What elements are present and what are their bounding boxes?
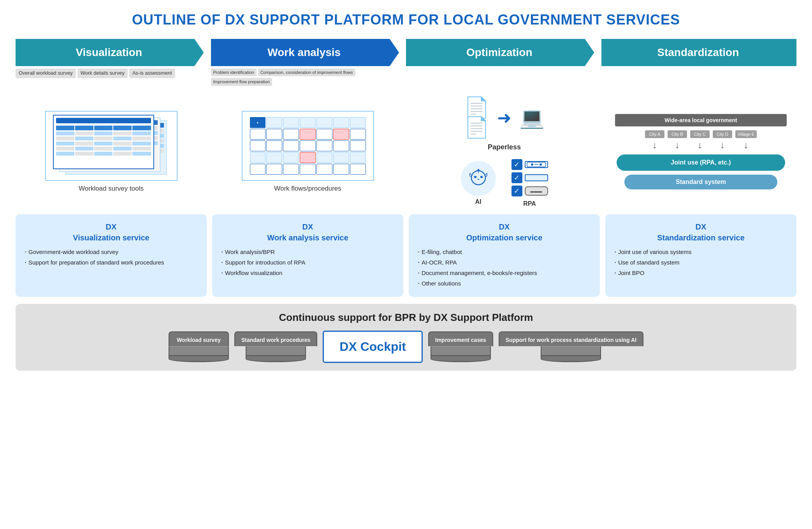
svg-point-14 (540, 163, 542, 166)
workflow-mockup: ■ (242, 111, 374, 181)
optimization-service-box: DX Optimization service ・E-filing, chatb… (409, 214, 600, 297)
city-c-box: City C (690, 130, 710, 138)
standard-work-db-top: Standard work procedures (234, 331, 317, 346)
flow-cell (350, 129, 366, 140)
workload-survey-db: Workload survey (169, 331, 229, 362)
city-b-box: City B (668, 130, 687, 138)
workload-mockup (45, 111, 178, 181)
laptop-icon: 💻 (519, 106, 545, 130)
flow-cell: ■ (250, 117, 266, 128)
flow-cell (283, 140, 299, 151)
check-mark-1: ✓ (511, 159, 522, 170)
std-dx-label: DX (696, 222, 707, 231)
rpa-bot-icon (525, 161, 548, 168)
standardization-service-box: DX Standardization service ・Joint use of… (605, 214, 796, 297)
check-mark-2: ✓ (511, 172, 522, 183)
check-item-2: ✓ (511, 172, 548, 183)
standard-work-db-bottom (246, 356, 306, 362)
sub-label-asis: As-is assessment (129, 68, 175, 78)
workload-tools-label: Workload survey tools (79, 185, 144, 193)
standard-work-db-body (246, 346, 306, 356)
city-a-col: City A ↓ (645, 130, 664, 151)
check-mark-3: ✓ (511, 186, 522, 196)
optimization-banner: Optimization (406, 39, 594, 66)
flow-cell (266, 129, 282, 140)
std-bullet-2: ・Use of standard system (612, 258, 789, 266)
rpa-label: RPA (523, 200, 536, 207)
visualization-service-title: DX Visualization service (23, 221, 200, 243)
cities-row: City A ↓ City B ↓ City C ↓ City D ↓ Vill… (645, 130, 757, 151)
city-d-box: City D (713, 130, 732, 138)
svg-point-13 (531, 163, 533, 166)
work-analysis-service-box: DX Work analysis service ・Work analysis/… (212, 214, 403, 297)
optimization-visual-col: 📄 📄 ➜ 💻 Paperless (409, 96, 600, 207)
flow-cell (316, 164, 332, 175)
flow-cell (333, 164, 349, 175)
ai-support-db-bottom (541, 356, 601, 362)
work-analysis-sublabels: Problem identification Comparison, consi… (211, 68, 406, 86)
wa-bullet-2: ・Support for introduction of RPA (219, 258, 396, 266)
flow-cell (316, 117, 332, 128)
ai-rpa-row: AI ✓ (461, 159, 548, 207)
ai-group: AI (461, 161, 496, 205)
dx-cockpit-box: DX Cockpit (323, 331, 423, 363)
visualization-banner: Visualization (16, 39, 204, 66)
viz-dx-label: DX (106, 222, 117, 231)
city-b-arrow: ↓ (675, 140, 680, 151)
main-title: OUTLINE OF DX SUPPORT PLATFORM FOR LOCAL… (16, 12, 796, 28)
flow-cell (300, 140, 316, 151)
flow-cell (250, 129, 266, 140)
improvement-db-top: Improvement cases (428, 331, 493, 346)
improvement-db-body (431, 346, 491, 356)
optimization-banner-label: Optimization (466, 46, 533, 59)
workload-db-bottom (169, 356, 229, 362)
opt-bullet-1: ・E-filing, chatbot (416, 248, 593, 256)
opt-bullet-2: ・AI-OCR, RPA (416, 258, 593, 266)
middle-section: Workload survey tools ■ (16, 96, 796, 207)
village-e-col: Village E ↓ (735, 130, 757, 151)
joint-use-button: Joint use (RPA, etc.) (617, 154, 785, 171)
flow-cell (333, 152, 349, 163)
std-bullet-3: ・Joint BPO (612, 269, 789, 277)
ai-support-db-body (541, 346, 601, 356)
flow-cell-highlight (300, 152, 316, 163)
flow-cell (350, 152, 366, 163)
sub-label-improvement: Improvement flow preparation (211, 78, 272, 86)
visualization-service-box: DX Visualization service ・Government-wid… (16, 214, 207, 297)
wa-service-title: DX Work analysis service (219, 221, 396, 243)
check-item-1: ✓ (511, 159, 548, 170)
bottom-title: Continuous support for BPR by DX Support… (27, 312, 785, 324)
std-service-main-label: Standardization service (657, 233, 745, 242)
wa-bullet-3: ・Workflow visualization (219, 269, 396, 277)
flow-cell-highlight (300, 129, 316, 140)
rpa-base: ▬▬▬ (525, 186, 548, 196)
optimization-col: Optimization (406, 39, 601, 89)
improvement-db-bottom (431, 356, 491, 362)
viz-service-main-label: Visualization service (73, 233, 149, 242)
flow-cell (333, 140, 349, 151)
service-section: DX Visualization service ・Government-wid… (16, 214, 796, 297)
sheet-stack (53, 115, 170, 177)
flow-cell (266, 140, 282, 151)
opt-service-title: DX Optimization service (416, 221, 593, 243)
ai-support-db: Support for work process standardization… (499, 331, 643, 362)
ai-label: AI (475, 198, 482, 205)
village-e-box: Village E (735, 130, 757, 138)
std-bullet-1: ・Joint use of various systems (612, 248, 789, 256)
flow-cell (283, 117, 299, 128)
ai-icon (461, 161, 496, 196)
paperless-label: Paperless (488, 143, 521, 151)
svg-point-1 (474, 176, 476, 178)
svg-point-2 (480, 176, 483, 178)
city-c-col: City C ↓ (690, 130, 710, 151)
flow-cell (266, 164, 282, 175)
flow-cell (350, 140, 366, 151)
workflow-label: Work flows/procedures (274, 185, 341, 193)
flow-cell (250, 140, 266, 151)
doc-group: 📄 📄 (464, 96, 489, 139)
opt-bullet-4: ・Other solutions (416, 279, 593, 287)
flow-cell (250, 152, 266, 163)
standardization-col: Standardization (601, 39, 797, 89)
wide-area-bar: Wide-area local government (615, 114, 787, 126)
work-analysis-banner-label: Work analysis (267, 46, 341, 59)
